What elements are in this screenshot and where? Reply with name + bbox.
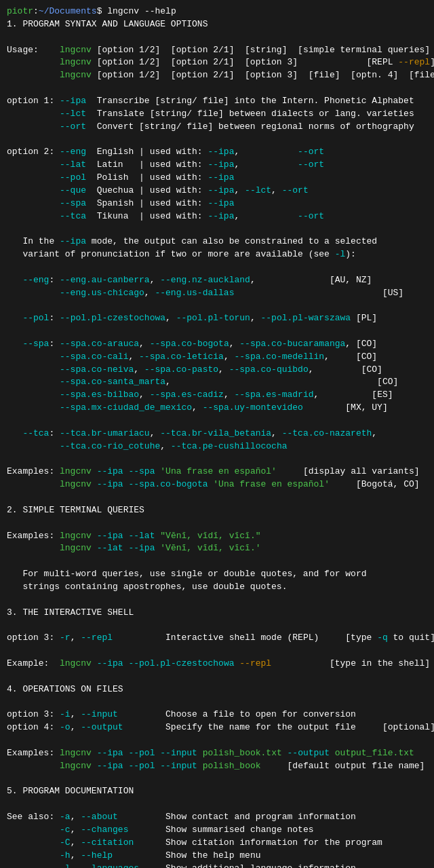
blank18 [7, 734, 427, 747]
blank17 [7, 696, 427, 709]
blank13 [7, 594, 427, 607]
usage-line3: lngcnv [option 1/2] [option 2/1] [option… [7, 69, 427, 82]
prompt-user: piotr [7, 6, 33, 16]
seealso-citation: -C, --citation Show citation information… [7, 837, 427, 850]
tca-variants1: --tca: --tca.br-umariacu, --tca.br-vila_… [7, 428, 427, 440]
option2-pol: --pol Polish | used with: --ipa [7, 172, 427, 185]
usage-line1: Usage: lngcnv [option 1/2] [option 2/1] … [7, 44, 427, 57]
examples2-line1: Examples: lngcnv --ipa --lat "Vēnī, vīdī… [7, 530, 427, 543]
prompt-line: piotr:~/Documents$ lngcnv --help [7, 5, 427, 18]
option2-eng: option 2: --eng English | used with: --i… [7, 146, 427, 159]
section3-header: 3. THE INTERACTIVE SHELL [7, 607, 427, 620]
option2-tca: --tca Tikuna | used with: --ipa, --ort [7, 210, 427, 223]
blank1 [7, 31, 427, 44]
spa-variants2: --spa.co-cali, --spa.co-leticia, --spa.c… [7, 351, 427, 364]
section2-header: 2. SIMPLE TERMINAL QUERIES [7, 504, 427, 517]
blank10 [7, 491, 427, 504]
blank16 [7, 671, 427, 683]
terminal-output: piotr:~/Documents$ lngcnv --help 1. PROG… [7, 5, 427, 868]
blank12 [7, 555, 427, 568]
blank6 [7, 299, 427, 312]
blank7 [7, 325, 427, 338]
blank20 [7, 798, 427, 811]
section4-header: 4. OPERATIONS ON FILES [7, 683, 427, 696]
section1-header: 1. PROGRAM SYNTAX AND LANGUAGE OPTIONS [7, 18, 427, 31]
seealso-languages: -l, --languages Show additional language… [7, 863, 427, 868]
eng-variants: --eng: --eng.au-canberra, --eng.nz-auckl… [7, 274, 427, 287]
command-text: lngcnv --help [102, 6, 176, 16]
prompt-sep1: : [33, 6, 39, 16]
multiword-text2: strings containing apostrophes, use doub… [7, 581, 427, 594]
option3-input: option 3: -i, --input Choose a file to o… [7, 709, 427, 721]
ipa-mode-text1: In the --ipa mode, the output can also b… [7, 235, 427, 248]
seealso-help: -h, --help Show the help menu [7, 850, 427, 863]
blank2 [7, 82, 427, 95]
option2-spa: --spa Spanish | used with: --ipa [7, 197, 427, 210]
spa-variants1: --spa: --spa.co-arauca, --spa.co-bogota,… [7, 338, 427, 351]
pol-variants: --pol: --pol.pl-czestochowa, --pol.pl-to… [7, 312, 427, 325]
option2-lat: --lat Latin | used with: --ipa, --ort [7, 159, 427, 172]
blank5 [7, 261, 427, 274]
spa-variants5: --spa.es-bilbao, --spa.es-cadiz, --spa.e… [7, 389, 427, 402]
multiword-text1: For multi-word queries, use single or do… [7, 568, 427, 581]
blank15 [7, 645, 427, 658]
examples1-line2: lngcnv --ipa --spa.co-bogota 'Una frase … [7, 478, 427, 491]
prompt-path: ~/Documents [39, 6, 97, 16]
option1-lct: --lct Translate [string/ file] between d… [7, 108, 427, 121]
option1-ipa: option 1: --ipa Transcribe [string/ file… [7, 95, 427, 108]
examples4-line2: lngcnv --ipa --pol --input polish_book [… [7, 760, 427, 773]
spa-variants6: --spa.mx-ciudad_de_mexico, --spa.uy-mont… [7, 402, 427, 415]
option3-repl: option 3: -r, --repl Interactive shell m… [7, 632, 427, 645]
section5-header: 5. PROGRAM DOCUMENTATION [7, 785, 427, 798]
examples4-line1: Examples: lngcnv --ipa --pol --input pol… [7, 747, 427, 760]
blank4 [7, 223, 427, 235]
example3: Example: lngcnv --ipa --pol.pl-czestocho… [7, 658, 427, 671]
usage-line2: lngcnv [option 1/2] [option 2/1] [option… [7, 56, 427, 69]
seealso-changes: -c, --changes Show summarised change not… [7, 824, 427, 837]
option2-que: --que Quechua | used with: --ipa, --lct,… [7, 185, 427, 197]
blank14 [7, 620, 427, 633]
seealso-about: See also: -a, --about Show contact and p… [7, 811, 427, 824]
ipa-mode-text2: variant of pronunciation if two or more … [7, 248, 427, 261]
examples1-line1: Examples: lngcnv --ipa --spa 'Una frase … [7, 466, 427, 478]
blank11 [7, 517, 427, 530]
eng-variants2: --eng.us-chicago, --eng.us-dallas [US] [7, 287, 427, 300]
examples2-line2: lngcnv --lat --ipa 'Vēnī, vīdī, vīcī.' [7, 542, 427, 555]
spa-variants3: --spa.co-neiva, --spa.co-pasto, --spa.co… [7, 364, 427, 377]
blank3 [7, 133, 427, 146]
option1-ort: --ort Convert [string/ file] between reg… [7, 121, 427, 134]
spa-variants4: --spa.co-santa_marta, [CO] [7, 376, 427, 389]
blank19 [7, 773, 427, 786]
blank9 [7, 453, 427, 466]
tca-variants2: --tca.co-rio_cotuhe, --tca.pe-cushilloco… [7, 440, 427, 453]
option4-output: option 4: -o, --output Specify the name … [7, 721, 427, 734]
blank8 [7, 415, 427, 428]
